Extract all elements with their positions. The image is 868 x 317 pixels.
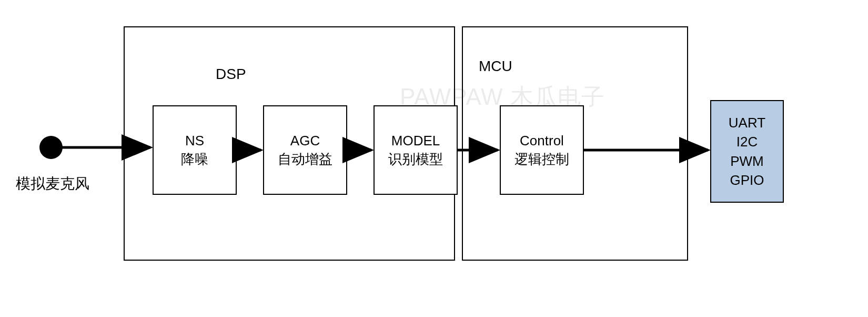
block-control: Control 逻辑控制 (500, 105, 584, 195)
output-line4: GPIO (730, 171, 764, 190)
output-line1: UART (729, 113, 765, 132)
block-model-line2: 识别模型 (388, 150, 443, 169)
block-agc-line2: 自动增益 (278, 150, 332, 169)
block-ns: NS 降噪 (153, 105, 237, 195)
block-output: UART I2C PWM GPIO (710, 100, 784, 203)
block-model-line1: MODEL (391, 132, 440, 150)
block-ns-line2: 降噪 (181, 150, 208, 169)
output-line3: PWM (730, 152, 764, 171)
block-control-line2: 逻辑控制 (514, 150, 569, 169)
microphone-label: 模拟麦克风 (16, 174, 89, 194)
dsp-label: DSP (216, 66, 246, 83)
output-line2: I2C (736, 132, 758, 151)
microphone-icon (39, 136, 63, 159)
block-ns-line1: NS (185, 132, 204, 150)
block-agc: AGC 自动增益 (263, 105, 347, 195)
block-agc-line1: AGC (290, 132, 320, 150)
block-control-line1: Control (520, 132, 564, 150)
mcu-label: MCU (479, 58, 512, 75)
block-model: MODEL 识别模型 (374, 105, 458, 195)
